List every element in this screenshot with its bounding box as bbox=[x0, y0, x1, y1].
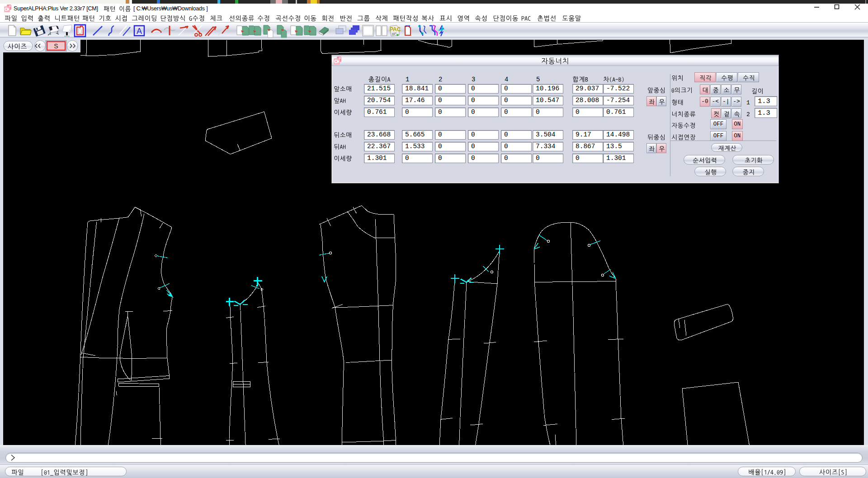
svg-text:PAC: PAC bbox=[390, 26, 401, 33]
svg-text:2: 2 bbox=[439, 76, 442, 83]
svg-text:1: 1 bbox=[746, 99, 750, 106]
svg-text:2: 2 bbox=[746, 111, 750, 118]
svg-text:A: A bbox=[137, 27, 142, 36]
svg-text:3: 3 bbox=[472, 76, 475, 83]
svg-text:4: 4 bbox=[505, 76, 508, 83]
svg-text:S: S bbox=[54, 42, 58, 50]
svg-text:1: 1 bbox=[406, 76, 409, 83]
svg-text:5: 5 bbox=[536, 76, 540, 83]
